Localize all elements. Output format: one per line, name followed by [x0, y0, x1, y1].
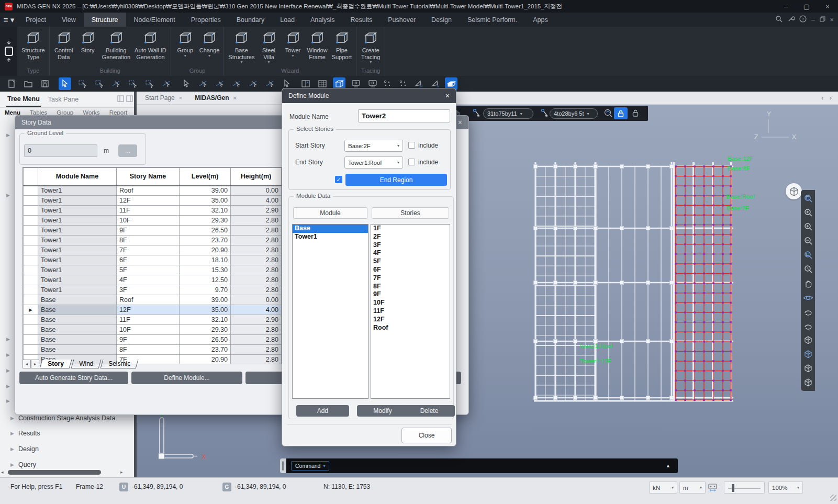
- cell-height[interactable]: 2.80: [231, 285, 282, 295]
- named-selection-dropdown-1[interactable]: 31to75by11▾: [483, 108, 533, 119]
- module-column-button[interactable]: Module: [293, 207, 367, 219]
- unselect-polygon-icon[interactable]: [214, 77, 226, 90]
- menu-item-project[interactable]: Project: [18, 13, 54, 27]
- tab-tree-menu[interactable]: Tree Menu: [6, 92, 41, 107]
- module-list-item[interactable]: Base: [293, 225, 368, 233]
- scroll-right-icon[interactable]: ▸: [120, 469, 123, 475]
- cell-height[interactable]: 2.80: [231, 325, 282, 335]
- hamburger-menu-icon[interactable]: ≡ ▾: [0, 13, 18, 27]
- row-selector[interactable]: [24, 265, 38, 275]
- tree-item-query[interactable]: ▶Query: [0, 461, 36, 468]
- cell-story-name[interactable]: Roof: [117, 295, 180, 305]
- cell-level[interactable]: 26.50: [180, 226, 231, 236]
- row-selector[interactable]: [24, 196, 38, 206]
- column-header-selector[interactable]: [24, 168, 38, 186]
- cell-level[interactable]: 39.00: [180, 186, 231, 196]
- zoom-window-icon[interactable]: [802, 192, 814, 206]
- zoom-out-icon[interactable]: [802, 234, 814, 248]
- cell-height[interactable]: 2.90: [231, 206, 282, 216]
- force-unit-dropdown[interactable]: kN▾: [649, 481, 677, 494]
- length-unit-dropdown[interactable]: m▾: [679, 481, 706, 494]
- cell-module-name[interactable]: Base: [38, 295, 117, 305]
- cell-height[interactable]: 2.80: [231, 275, 282, 285]
- cell-level[interactable]: 18.10: [180, 255, 231, 265]
- panel-layout-alt-icon[interactable]: [126, 95, 133, 104]
- tab-midas-gen[interactable]: MIDAS/Gen×: [186, 92, 241, 105]
- cell-module-name[interactable]: Tower1: [38, 186, 117, 196]
- module-list-item[interactable]: Tower1: [293, 233, 368, 241]
- module-list[interactable]: BaseTower1: [292, 224, 368, 399]
- cell-module-name[interactable]: Tower1: [38, 265, 117, 275]
- menu-item-apps[interactable]: Apps: [525, 13, 556, 27]
- cell-level[interactable]: 9.70: [180, 285, 231, 295]
- module-name-input[interactable]: Tower2: [358, 109, 450, 122]
- expand-icon[interactable]: ▶: [10, 462, 14, 467]
- stories-list-item[interactable]: 12F: [371, 316, 450, 324]
- expand-icon[interactable]: ▶: [10, 431, 14, 436]
- cell-level[interactable]: 23.70: [180, 345, 231, 355]
- rotate-left-icon[interactable]: [802, 305, 814, 319]
- customize-icon[interactable]: [787, 15, 795, 24]
- cell-level[interactable]: 32.10: [180, 315, 231, 325]
- row-selector[interactable]: [24, 315, 38, 325]
- end-story-dropdown[interactable]: Tower1:Roof▾: [344, 156, 403, 169]
- expand-icon[interactable]: ▶: [6, 337, 10, 342]
- select-recent-icon[interactable]: [160, 77, 173, 90]
- search-icon[interactable]: [775, 15, 783, 24]
- unit-system-icon[interactable]: [708, 484, 717, 493]
- row-selector[interactable]: [24, 245, 38, 255]
- select-polygon-icon[interactable]: [93, 77, 106, 90]
- stories-list-item[interactable]: 7F: [371, 274, 450, 283]
- row-selector[interactable]: [24, 216, 38, 226]
- minimize-button[interactable]: –: [775, 3, 796, 10]
- cell-level[interactable]: 15.30: [180, 265, 231, 275]
- cell-story-name[interactable]: Roof: [117, 186, 180, 196]
- resize-grip[interactable]: [830, 495, 836, 501]
- select-single-icon[interactable]: [59, 77, 71, 90]
- minimize-ribbon-icon[interactable]: –: [811, 16, 815, 24]
- cell-story-name[interactable]: 8F: [117, 345, 180, 355]
- menu-item-boundary[interactable]: Boundary: [229, 13, 273, 27]
- cell-module-name[interactable]: Tower1: [38, 226, 117, 236]
- scrollbar-thumb[interactable]: [8, 470, 101, 475]
- lock-active-button[interactable]: [614, 107, 628, 119]
- stories-list-item[interactable]: 1F: [371, 225, 450, 233]
- steel-villa-button[interactable]: SteelVilla▾: [257, 28, 281, 66]
- cell-module-name[interactable]: Base: [38, 335, 117, 345]
- iso-view-1-icon[interactable]: [802, 333, 814, 347]
- cell-story-name[interactable]: 12F: [117, 305, 180, 315]
- column-header-height-m[interactable]: Height(m): [231, 168, 282, 186]
- cell-level[interactable]: 26.50: [180, 335, 231, 345]
- stories-list-item[interactable]: 6F: [371, 266, 450, 274]
- structure-type-button[interactable]: StructureType: [19, 28, 47, 66]
- cell-height[interactable]: 2.80: [231, 355, 282, 365]
- named-selection-dropdown-2[interactable]: 4to28by6 5t▾: [550, 108, 598, 119]
- pipe-support-button[interactable]: PipeSupport: [330, 28, 354, 66]
- cell-level[interactable]: 32.10: [180, 206, 231, 216]
- tree-horizontal-scrollbar[interactable]: ◂ ▸: [1, 469, 133, 476]
- cell-height[interactable]: 0.00: [231, 186, 282, 196]
- ribbon-pin-icon[interactable]: [0, 27, 17, 76]
- row-selector[interactable]: [24, 325, 38, 335]
- cell-story-name[interactable]: 11F: [117, 206, 180, 216]
- cell-module-name[interactable]: Base: [38, 325, 117, 335]
- stories-list-item[interactable]: 10F: [371, 299, 450, 307]
- cell-height[interactable]: 2.80: [231, 226, 282, 236]
- iso-view-2-icon[interactable]: [802, 347, 814, 361]
- select-named-volume-icon[interactable]: [540, 108, 550, 120]
- menu-item-node-element[interactable]: Node/Element: [126, 13, 183, 27]
- cell-story-name[interactable]: 3F: [117, 285, 180, 295]
- tree-item-design[interactable]: ▶Design: [0, 445, 39, 453]
- unlock-icon[interactable]: [632, 109, 639, 119]
- stories-list-item[interactable]: 5F: [371, 257, 450, 266]
- zoom-slider[interactable]: [724, 481, 765, 494]
- sheet-tab-wind[interactable]: Wind: [71, 360, 101, 368]
- cell-story-name[interactable]: 9F: [117, 226, 180, 236]
- stories-list-item[interactable]: 9F: [371, 290, 450, 299]
- rotate-right-icon[interactable]: [802, 319, 814, 333]
- end-include-checkbox[interactable]: [408, 159, 415, 165]
- menu-item-design[interactable]: Design: [423, 13, 460, 27]
- stories-list-item[interactable]: 2F: [371, 233, 450, 241]
- cell-level[interactable]: 29.30: [180, 216, 231, 226]
- cell-level[interactable]: 20.90: [180, 245, 231, 255]
